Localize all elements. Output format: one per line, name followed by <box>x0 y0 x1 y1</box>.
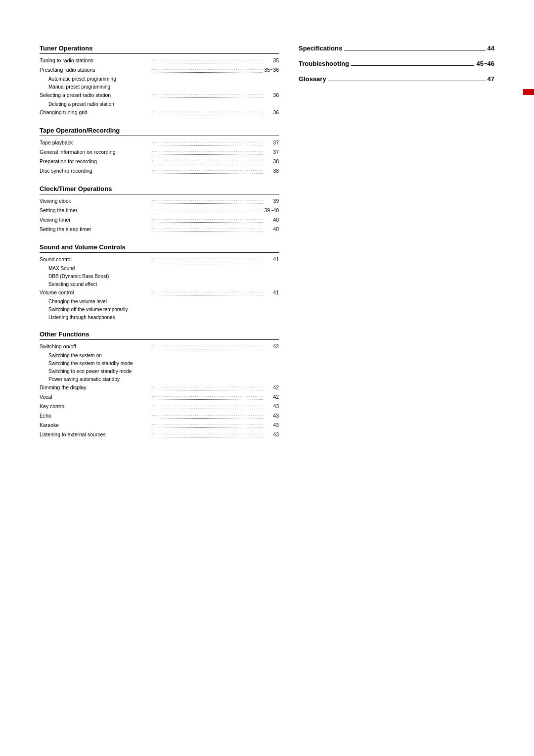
toc-right-column: Specifications44Troubleshooting45~46Glos… <box>299 45 494 449</box>
right-toc-page: 47 <box>488 75 494 83</box>
toc-entry-title: General information on recording <box>40 148 151 157</box>
toc-entry-title: Sound control <box>40 255 151 265</box>
toc-entry: Disc synchro recording..................… <box>40 167 279 176</box>
english-tab <box>523 89 534 95</box>
toc-page-number: 43 <box>264 430 279 440</box>
toc-dots: ........................................… <box>151 64 264 73</box>
toc-page-number: 38 <box>264 167 279 176</box>
toc-page-number: 35~36 <box>264 66 279 75</box>
section-title-clock: Clock/Timer Operations <box>40 185 279 194</box>
toc-page-number: 42 <box>264 383 279 393</box>
toc-page-number: 39~40 <box>264 206 279 216</box>
toc-sub-entry: Automatic preset programming <box>40 75 279 83</box>
toc-entry-title: Preparation for recording <box>40 157 151 167</box>
toc-sub-entry: MAX Sound <box>40 265 279 273</box>
page-container: Tuner OperationsTuning to radio stations… <box>0 0 534 756</box>
toc-dots: ........................................… <box>151 391 264 400</box>
toc-entry: Setting the sleep timer.................… <box>40 225 279 235</box>
toc-entry-title: Selecting a preset radio station <box>40 91 151 100</box>
section-tuner: Tuner OperationsTuning to radio stations… <box>40 45 279 118</box>
toc-entry: Volume control..........................… <box>40 288 279 298</box>
toc-page-number: 40 <box>264 216 279 225</box>
toc-dots: ........................................… <box>151 224 264 232</box>
toc-entry-title: Volume control <box>40 288 151 298</box>
right-toc-entry: Glossary47 <box>299 75 494 83</box>
toc-entry-title: Viewing clock <box>40 197 151 206</box>
toc-sub-entry: DBB (Dynamic Bass Boost) <box>40 273 279 281</box>
toc-page-number: 42 <box>264 342 279 352</box>
section-clock: Clock/Timer OperationsViewing clock.....… <box>40 185 279 235</box>
toc-entry-title: Changing tuning grid <box>40 108 151 118</box>
toc-dots: ........................................… <box>151 382 264 390</box>
toc-entry: Presetting radio stations...............… <box>40 66 279 75</box>
toc-dots: ........................................… <box>151 195 264 204</box>
toc-dots: ........................................… <box>151 107 264 115</box>
section-sound: Sound and Volume ControlsSound control..… <box>40 243 279 322</box>
section-title-other: Other Functions <box>40 331 279 340</box>
toc-page-number: 43 <box>264 412 279 421</box>
toc-dots: ........................................… <box>151 287 264 295</box>
toc-dots: ........................................… <box>151 137 264 145</box>
toc-entry: Listening to external sources...........… <box>40 430 279 440</box>
toc-dots: ........................................… <box>151 410 264 419</box>
toc-dots: ........................................… <box>151 401 264 409</box>
toc-dots: ........................................… <box>151 341 264 349</box>
toc-page-number: 40 <box>264 225 279 235</box>
toc-dots: ........................................… <box>151 420 264 428</box>
toc-entry: Sound control...........................… <box>40 255 279 265</box>
toc-dots: ........................................… <box>151 165 264 174</box>
toc-page-number: 36 <box>264 91 279 100</box>
toc-dots: ........................................… <box>151 429 264 437</box>
right-toc-page: 44 <box>488 45 494 52</box>
section-title-tape: Tape Operation/Recording <box>40 127 279 136</box>
toc-sub-entry: Switching the system to standby mode <box>40 360 279 368</box>
toc-page-number: 43 <box>264 402 279 412</box>
toc-entry: Selecting a preset radio station........… <box>40 91 279 100</box>
toc-dots: ........................................… <box>151 254 264 262</box>
toc-page-number: 37 <box>264 139 279 148</box>
section-title-tuner: Tuner Operations <box>40 45 279 54</box>
toc-sub-entry: Switching to eco power standby mode <box>40 368 279 376</box>
toc-page-number: 43 <box>264 421 279 430</box>
toc-page-number: 38 <box>264 157 279 167</box>
right-toc-dots <box>344 50 485 50</box>
right-toc-dots <box>351 65 475 66</box>
toc-entry-title: Switching on/off <box>40 342 151 352</box>
toc-entry-title: Viewing timer <box>40 216 151 225</box>
section-tape: Tape Operation/RecordingTape playback...… <box>40 127 279 176</box>
toc-entry-title: Echo <box>40 412 151 421</box>
toc-entry-title: Dimming the display <box>40 383 151 393</box>
section-other: Other FunctionsSwitching on/off.........… <box>40 331 279 440</box>
toc-page-number: 41 <box>264 255 279 265</box>
toc-dots: ........................................… <box>151 146 264 155</box>
toc-entry-title: Listening to external sources <box>40 430 151 440</box>
toc-page-number: 39 <box>264 197 279 206</box>
right-toc-title: Specifications <box>299 45 342 52</box>
toc-sub-entry: Listening through headphones <box>40 314 279 322</box>
section-title-sound: Sound and Volume Controls <box>40 243 279 253</box>
toc-dots: ........................................… <box>151 55 264 63</box>
toc-page-number: 37 <box>264 148 279 157</box>
toc-left-column: Tuner OperationsTuning to radio stations… <box>40 45 279 449</box>
right-toc-title: Glossary <box>299 75 326 83</box>
toc-page-number: 35 <box>264 56 279 66</box>
toc-sub-entry: Switching the system on <box>40 352 279 360</box>
toc-dots: ........................................… <box>151 214 264 223</box>
right-toc-entry: Troubleshooting45~46 <box>299 60 494 67</box>
toc-sub-entry: Switching off the volume temporarily <box>40 306 279 314</box>
toc-entry: Switching on/off........................… <box>40 342 279 352</box>
toc-entry-title: Setting the timer <box>40 206 151 216</box>
right-toc-dots <box>328 81 486 81</box>
toc-dots: ........................................… <box>151 205 264 213</box>
toc-entry-title: Disc synchro recording <box>40 167 151 176</box>
toc-sub-entry: Changing the volume level <box>40 298 279 306</box>
toc-entry-title: Setting the sleep timer <box>40 225 151 235</box>
toc-entry-title: Vocal <box>40 393 151 402</box>
toc-dots: ........................................… <box>151 90 264 98</box>
toc-page-number: 41 <box>264 288 279 298</box>
toc-dots: ........................................… <box>151 156 264 164</box>
toc-entry: Changing tuning grid....................… <box>40 108 279 118</box>
right-toc-page: 45~46 <box>476 60 494 67</box>
right-toc-title: Troubleshooting <box>299 60 349 67</box>
right-toc-entry: Specifications44 <box>299 45 494 52</box>
